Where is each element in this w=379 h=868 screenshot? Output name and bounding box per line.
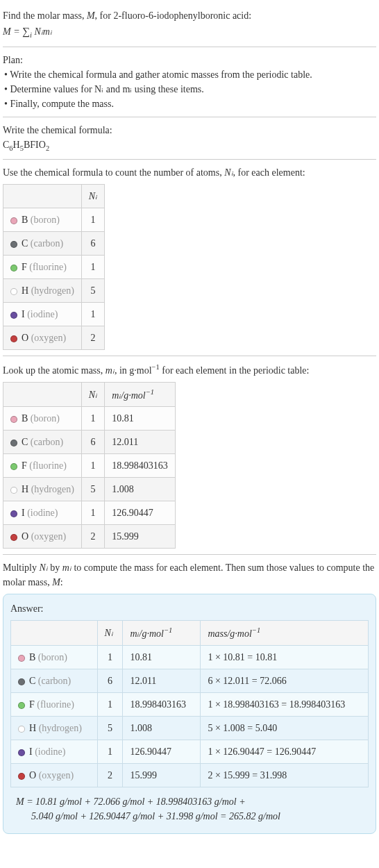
n-value: 5 xyxy=(81,279,104,303)
element-cell: I (iodine) xyxy=(11,740,98,764)
element-name: (iodine) xyxy=(27,309,58,319)
element-symbol: H xyxy=(29,723,36,733)
final-equation: M = 10.81 g/mol + 72.066 g/mol + 18.9984… xyxy=(10,794,369,824)
element-dot-icon xyxy=(10,312,17,319)
m-value: 15.999 xyxy=(105,525,176,549)
var-ni: Nᵢ xyxy=(224,167,233,178)
element-name: (carbon) xyxy=(38,676,71,686)
n-value: 1 xyxy=(81,256,104,279)
element-cell: F (fluorine) xyxy=(11,693,98,717)
mass-value: 1 × 18.998403163 = 18.998403163 xyxy=(201,693,369,717)
element-dot-icon xyxy=(10,510,17,517)
element-symbol: I xyxy=(22,309,25,319)
m-value: 12.011 xyxy=(105,431,176,454)
element-cell: B (boron) xyxy=(3,407,82,431)
text: mᵢ/g·mol xyxy=(130,628,164,639)
mass-value: 6 × 12.011 = 72.066 xyxy=(201,669,369,693)
table-row: H (hydrogen)51.008 xyxy=(3,478,176,501)
table-header-row: Nᵢ mᵢ/g·mol−1 xyxy=(3,382,176,407)
element-name: (fluorine) xyxy=(29,460,67,471)
element-symbol: H xyxy=(22,484,28,494)
table-row: H (hydrogen)5 xyxy=(3,279,105,303)
element-symbol: C xyxy=(22,238,28,249)
text: Multiply xyxy=(3,562,40,573)
plan-list: Write the chemical formula and gather at… xyxy=(3,67,376,111)
element-dot-icon xyxy=(10,440,17,446)
element-cell: I (iodine) xyxy=(3,303,82,326)
element-name: (iodine) xyxy=(27,508,58,518)
n-value: 2 xyxy=(97,764,123,787)
n-header: Nᵢ xyxy=(81,382,104,407)
atomic-mass-section: Look up the atomic mass, mᵢ, in g·mol−1 … xyxy=(3,356,376,555)
element-dot-icon xyxy=(10,288,17,295)
text: Use the chemical formula to count the nu… xyxy=(3,167,224,178)
table-row: B (boron)110.81 xyxy=(3,407,176,431)
mass-value: 1 × 126.90447 = 126.90447 xyxy=(201,740,369,764)
element-symbol: O xyxy=(22,531,28,542)
n-header: Nᵢ xyxy=(81,185,104,208)
mass-header: mass/g·mol−1 xyxy=(201,621,369,646)
n-value: 6 xyxy=(81,232,104,256)
element-dot-icon xyxy=(10,335,17,342)
text: : xyxy=(60,577,63,587)
m-value: 1.008 xyxy=(123,717,201,740)
m-value: 15.999 xyxy=(123,764,201,787)
mass-value: 5 × 1.008 = 5.040 xyxy=(201,717,369,740)
element-symbol: I xyxy=(22,508,25,518)
table-row: C (carbon)612.011 xyxy=(3,431,176,454)
compute-section: Multiply Nᵢ by mᵢ to compute the mass fo… xyxy=(3,555,376,840)
var-m: M xyxy=(87,10,95,21)
atom-count-table: Nᵢ B (boron)1 C (carbon)6 F (fluorine)1 … xyxy=(3,184,105,350)
formula-part: H xyxy=(13,140,20,150)
element-cell: H (hydrogen) xyxy=(3,478,82,501)
element-dot-icon xyxy=(18,726,25,733)
text: by xyxy=(48,562,62,573)
n-value: 1 xyxy=(81,208,104,232)
element-name: (fluorine) xyxy=(37,699,74,710)
element-symbol: B xyxy=(22,215,28,225)
element-dot-icon xyxy=(10,416,17,423)
table-row: B (boron)1 xyxy=(3,208,105,232)
mass-value: 1 × 10.81 = 10.81 xyxy=(201,646,369,669)
intro-section: Find the molar mass, M, for 2-fluoro-6-i… xyxy=(3,3,376,47)
element-symbol: O xyxy=(29,770,36,781)
element-name: (hydrogen) xyxy=(31,285,74,296)
section-intro: Look up the atomic mass, mᵢ, in g·mol−1 … xyxy=(3,362,376,378)
chemical-formula: C6H5BFIO2 xyxy=(3,137,376,154)
eq-left: M = xyxy=(3,26,22,37)
n-value: 1 xyxy=(97,646,123,669)
element-cell: C (carbon) xyxy=(3,431,82,454)
table-row: F (fluorine)1 xyxy=(3,256,105,279)
element-cell: I (iodine) xyxy=(3,501,82,525)
element-symbol: F xyxy=(22,460,27,471)
section-intro: Multiply Nᵢ by mᵢ to compute the mass fo… xyxy=(3,560,376,590)
text: , in g·mol xyxy=(115,365,152,376)
m-value: 1.008 xyxy=(105,478,176,501)
eq-right: Nᵢmᵢ xyxy=(32,26,52,37)
exponent: −1 xyxy=(164,626,172,634)
element-cell: H (hydrogen) xyxy=(11,717,98,740)
element-cell: C (carbon) xyxy=(3,232,82,256)
table-row: O (oxygen)215.9992 × 15.999 = 31.998 xyxy=(11,764,369,787)
count-atoms-section: Use the chemical formula to count the nu… xyxy=(3,160,376,356)
m-value: 18.998403163 xyxy=(105,454,176,478)
element-name: (iodine) xyxy=(35,746,65,757)
table-row: F (fluorine)118.998403163 xyxy=(3,454,176,478)
element-symbol: F xyxy=(22,262,27,272)
element-cell: B (boron) xyxy=(11,646,98,669)
final-line1: M = 10.81 g/mol + 72.066 g/mol + 18.9984… xyxy=(16,796,246,807)
element-symbol: C xyxy=(22,437,28,447)
formula-part: BFIO xyxy=(24,140,46,150)
element-cell: C (carbon) xyxy=(11,669,98,693)
element-symbol: C xyxy=(29,676,35,686)
empty-header xyxy=(3,382,82,407)
plan-item: Write the chemical formula and gather at… xyxy=(4,67,376,82)
table-row: I (iodine)1126.904471 × 126.90447 = 126.… xyxy=(11,740,369,764)
answer-box: Answer: Nᵢ mᵢ/g·mol−1 mass/g·mol−1 B (bo… xyxy=(3,594,376,834)
atomic-mass-table: Nᵢ mᵢ/g·mol−1 B (boron)110.81 C (carbon)… xyxy=(3,382,176,549)
answer-table: Nᵢ mᵢ/g·mol−1 mass/g·mol−1 B (boron)110.… xyxy=(10,620,369,787)
n-value: 1 xyxy=(97,693,123,717)
element-dot-icon xyxy=(18,702,25,709)
element-cell: B (boron) xyxy=(3,208,82,232)
table-header-row: Nᵢ mᵢ/g·mol−1 mass/g·mol−1 xyxy=(11,621,369,646)
